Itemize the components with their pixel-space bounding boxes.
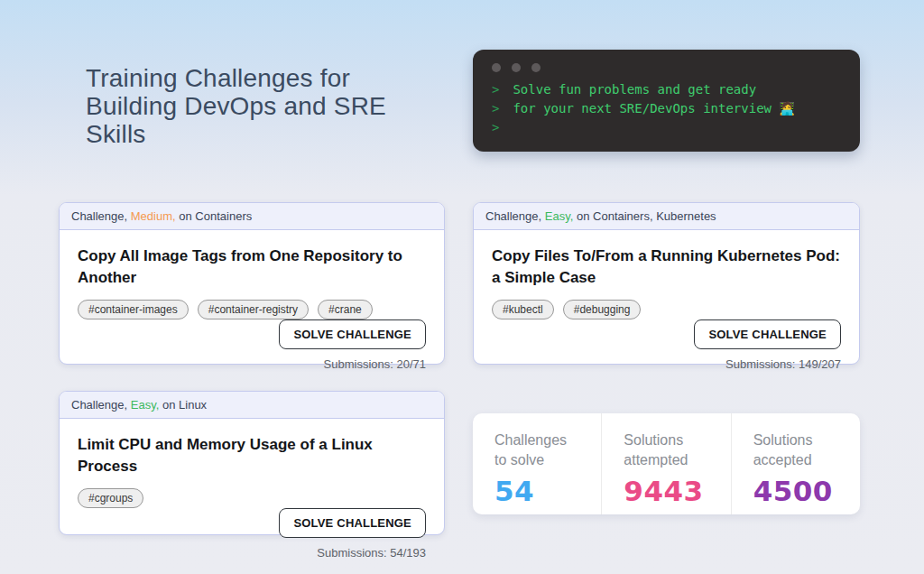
terminal-text: Solve fun problems and get ready: [513, 82, 756, 97]
submissions-count: Submissions: 54/193: [317, 546, 426, 560]
stat-label: Solutions accepted: [753, 430, 860, 470]
challenge-title: Limit CPU and Memory Usage of a Linux Pr…: [78, 434, 426, 477]
card-actions: SOLVE CHALLENGE Submissions: 149/207: [492, 319, 841, 372]
card-kind-label: Challenge,: [71, 209, 127, 223]
terminal-prompt: >: [492, 82, 499, 97]
card-topics-label: on Linux: [162, 398, 207, 412]
card-topics-label: on Containers: [179, 209, 252, 223]
card-kind-label: Challenge,: [71, 398, 127, 412]
submissions-count: Submissions: 149/207: [725, 357, 841, 372]
stat-solutions-attempted: Solutions attempted 9443: [601, 413, 730, 514]
card-topics-label: on Containers, Kubernetes: [577, 209, 716, 223]
terminal-dot-icon: [492, 63, 501, 72]
tag-chip[interactable]: #container-images: [78, 300, 189, 319]
terminal-text: for your next SRE/DevOps interview 🧑‍💻: [513, 101, 794, 116]
terminal-line: >Solve fun problems and get ready: [492, 80, 860, 99]
tag-list: #kubectl #debugging: [492, 300, 841, 319]
terminal-window-controls: [492, 63, 860, 72]
challenge-card: Challenge, Medium, on Containers Copy Al…: [59, 202, 445, 365]
solve-challenge-button[interactable]: SOLVE CHALLENGE: [694, 319, 841, 349]
challenge-card: Challenge, Easy, on Linux Limit CPU and …: [59, 391, 445, 535]
stat-value: 54: [494, 477, 601, 505]
grid-column-right: Challenge, Easy, on Containers, Kubernet…: [473, 202, 860, 535]
difficulty-badge: Easy,: [545, 209, 574, 223]
terminal-dot-icon: [531, 63, 541, 72]
page-title: Training Challenges for Building DevOps …: [86, 64, 397, 148]
difficulty-badge: Easy,: [131, 398, 160, 412]
stats-panel: Challenges to solve 54 Solutions attempt…: [473, 413, 860, 514]
card-header: Challenge, Easy, on Linux: [60, 392, 444, 419]
card-header: Challenge, Easy, on Containers, Kubernet…: [474, 203, 859, 230]
card-body: Copy Files To/From a Running Kubernetes …: [474, 230, 859, 384]
challenge-title: Copy All Image Tags from One Repository …: [78, 245, 426, 289]
card-actions: SOLVE CHALLENGE Submissions: 20/71: [78, 319, 426, 372]
challenge-title: Copy Files To/From a Running Kubernetes …: [492, 245, 841, 289]
stat-label: Solutions attempted: [624, 430, 730, 470]
stat-solutions-accepted: Solutions accepted 4500: [731, 413, 860, 514]
terminal-dot-icon: [512, 63, 521, 72]
terminal-line: >for your next SRE/DevOps interview 🧑‍💻: [492, 99, 860, 118]
challenges-grid: Challenge, Medium, on Containers Copy Al…: [59, 202, 860, 535]
tag-list: #cgroups: [78, 488, 426, 508]
submissions-count: Submissions: 20/71: [324, 357, 426, 372]
tag-chip[interactable]: #debugging: [563, 300, 642, 319]
card-body: Limit CPU and Memory Usage of a Linux Pr…: [60, 419, 444, 572]
terminal-prompt: >: [492, 120, 499, 134]
stat-label: Challenges to solve: [494, 430, 601, 470]
card-body: Copy All Image Tags from One Repository …: [60, 230, 444, 384]
difficulty-badge: Medium,: [131, 209, 176, 223]
terminal-window: >Solve fun problems and get ready >for y…: [473, 50, 860, 152]
hero-section: Training Challenges for Building DevOps …: [59, 50, 860, 152]
card-header: Challenge, Medium, on Containers: [60, 203, 444, 230]
card-kind-label: Challenge,: [485, 209, 541, 223]
card-actions: SOLVE CHALLENGE Submissions: 54/193: [78, 508, 426, 560]
terminal-prompt: >: [492, 101, 499, 116]
grid-column-left: Challenge, Medium, on Containers Copy Al…: [59, 202, 445, 535]
stat-value: 4500: [753, 477, 860, 505]
tag-chip[interactable]: #container-registry: [198, 300, 309, 319]
tag-chip[interactable]: #cgroups: [78, 488, 143, 508]
tag-chip[interactable]: #kubectl: [492, 300, 554, 319]
stat-value: 9443: [624, 477, 730, 505]
solve-challenge-button[interactable]: SOLVE CHALLENGE: [279, 508, 426, 538]
page: Training Challenges for Building DevOps …: [0, 0, 924, 535]
stat-challenges-to-solve: Challenges to solve 54: [473, 413, 601, 514]
challenge-card: Challenge, Easy, on Containers, Kubernet…: [473, 202, 860, 365]
tag-chip[interactable]: #crane: [318, 300, 373, 319]
tag-list: #container-images #container-registry #c…: [78, 300, 426, 319]
solve-challenge-button[interactable]: SOLVE CHALLENGE: [279, 319, 426, 349]
terminal-line: >: [492, 118, 860, 137]
